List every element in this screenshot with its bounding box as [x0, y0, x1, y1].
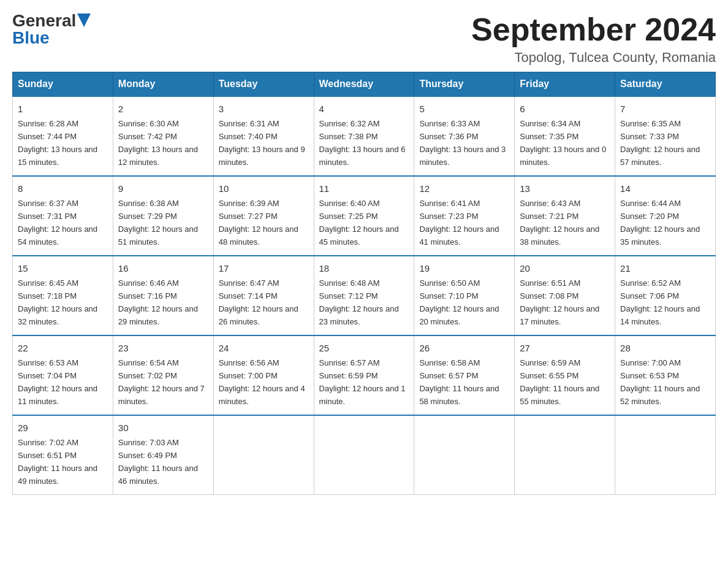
calendar-cell: 9Sunrise: 6:38 AMSunset: 7:29 PMDaylight…	[113, 176, 213, 256]
day-info: Sunrise: 6:43 AMSunset: 7:21 PMDaylight:…	[520, 199, 599, 247]
calendar-cell: 17Sunrise: 6:47 AMSunset: 7:14 PMDayligh…	[213, 256, 314, 335]
logo: General Blue	[12, 12, 91, 47]
day-info: Sunrise: 6:57 AMSunset: 6:59 PMDaylight:…	[319, 358, 406, 406]
day-number: 26	[419, 341, 509, 355]
day-info: Sunrise: 6:46 AMSunset: 7:16 PMDaylight:…	[118, 278, 198, 326]
day-number: 2	[118, 102, 208, 116]
location-title: Topolog, Tulcea County, Romania	[471, 50, 716, 66]
calendar-cell: 15Sunrise: 6:45 AMSunset: 7:18 PMDayligh…	[13, 256, 113, 335]
day-info: Sunrise: 7:00 AMSunset: 6:53 PMDaylight:…	[620, 358, 700, 406]
calendar-cell	[615, 415, 716, 494]
day-number: 23	[118, 341, 208, 355]
day-number: 21	[620, 261, 710, 275]
day-info: Sunrise: 7:03 AMSunset: 6:49 PMDaylight:…	[118, 438, 198, 486]
day-info: Sunrise: 6:59 AMSunset: 6:55 PMDaylight:…	[520, 358, 599, 406]
day-info: Sunrise: 6:32 AMSunset: 7:38 PMDaylight:…	[319, 119, 406, 167]
day-info: Sunrise: 6:58 AMSunset: 6:57 PMDaylight:…	[419, 358, 499, 406]
weekday-header-friday: Friday	[515, 72, 615, 97]
calendar-cell: 1Sunrise: 6:28 AMSunset: 7:44 PMDaylight…	[13, 96, 113, 176]
day-info: Sunrise: 6:51 AMSunset: 7:08 PMDaylight:…	[520, 278, 599, 326]
weekday-header-monday: Monday	[113, 72, 213, 97]
day-number: 15	[18, 261, 108, 275]
calendar-cell: 6Sunrise: 6:34 AMSunset: 7:35 PMDaylight…	[515, 96, 615, 176]
weekday-header-row: SundayMondayTuesdayWednesdayThursdayFrid…	[13, 72, 716, 97]
svg-marker-0	[77, 13, 91, 27]
calendar-cell	[213, 415, 314, 494]
day-number: 20	[520, 261, 610, 275]
calendar-cell: 30Sunrise: 7:03 AMSunset: 6:49 PMDayligh…	[113, 415, 213, 494]
calendar-cell: 19Sunrise: 6:50 AMSunset: 7:10 PMDayligh…	[414, 256, 515, 335]
day-number: 18	[319, 261, 409, 275]
day-number: 24	[219, 341, 309, 355]
weekday-header-tuesday: Tuesday	[213, 72, 314, 97]
calendar-cell: 21Sunrise: 6:52 AMSunset: 7:06 PMDayligh…	[615, 256, 716, 335]
calendar-cell: 23Sunrise: 6:54 AMSunset: 7:02 PMDayligh…	[113, 335, 213, 415]
calendar-cell: 10Sunrise: 6:39 AMSunset: 7:27 PMDayligh…	[213, 176, 314, 256]
day-number: 5	[419, 102, 509, 116]
day-number: 14	[620, 182, 710, 196]
calendar-cell: 13Sunrise: 6:43 AMSunset: 7:21 PMDayligh…	[515, 176, 615, 256]
calendar-cell: 14Sunrise: 6:44 AMSunset: 7:20 PMDayligh…	[615, 176, 716, 256]
calendar-week-row: 8Sunrise: 6:37 AMSunset: 7:31 PMDaylight…	[13, 176, 716, 256]
calendar-week-row: 15Sunrise: 6:45 AMSunset: 7:18 PMDayligh…	[13, 256, 716, 335]
calendar-cell: 20Sunrise: 6:51 AMSunset: 7:08 PMDayligh…	[515, 256, 615, 335]
logo-general-text: General	[12, 12, 76, 29]
day-number: 3	[219, 102, 309, 116]
day-number: 19	[419, 261, 509, 275]
day-number: 29	[18, 421, 108, 435]
day-info: Sunrise: 6:30 AMSunset: 7:42 PMDaylight:…	[118, 119, 198, 167]
calendar-cell: 2Sunrise: 6:30 AMSunset: 7:42 PMDaylight…	[113, 96, 213, 176]
month-title: September 2024	[471, 12, 716, 47]
calendar-cell: 12Sunrise: 6:41 AMSunset: 7:23 PMDayligh…	[414, 176, 515, 256]
day-info: Sunrise: 6:31 AMSunset: 7:40 PMDaylight:…	[219, 119, 305, 167]
calendar-cell: 26Sunrise: 6:58 AMSunset: 6:57 PMDayligh…	[414, 335, 515, 415]
calendar-week-row: 29Sunrise: 7:02 AMSunset: 6:51 PMDayligh…	[13, 415, 716, 494]
day-number: 13	[520, 182, 610, 196]
day-number: 22	[18, 341, 108, 355]
logo-triangle-icon	[77, 13, 91, 27]
weekday-header-sunday: Sunday	[13, 72, 113, 97]
weekday-header-thursday: Thursday	[414, 72, 515, 97]
day-info: Sunrise: 6:47 AMSunset: 7:14 PMDaylight:…	[219, 278, 298, 326]
page-header: General Blue September 2024 Topolog, Tul…	[12, 12, 716, 66]
day-info: Sunrise: 6:48 AMSunset: 7:12 PMDaylight:…	[319, 278, 399, 326]
day-info: Sunrise: 6:54 AMSunset: 7:02 PMDaylight:…	[118, 358, 205, 406]
calendar-cell: 25Sunrise: 6:57 AMSunset: 6:59 PMDayligh…	[314, 335, 414, 415]
day-number: 25	[319, 341, 409, 355]
day-number: 30	[118, 421, 208, 435]
day-number: 9	[118, 182, 208, 196]
day-number: 11	[319, 182, 409, 196]
day-number: 17	[219, 261, 309, 275]
calendar-cell: 16Sunrise: 6:46 AMSunset: 7:16 PMDayligh…	[113, 256, 213, 335]
logo-blue-text: Blue	[12, 29, 50, 47]
day-number: 4	[319, 102, 409, 116]
calendar-cell	[414, 415, 515, 494]
calendar-cell: 7Sunrise: 6:35 AMSunset: 7:33 PMDaylight…	[615, 96, 716, 176]
day-info: Sunrise: 7:02 AMSunset: 6:51 PMDaylight:…	[18, 438, 97, 486]
day-info: Sunrise: 6:53 AMSunset: 7:04 PMDaylight:…	[18, 358, 97, 406]
day-number: 27	[520, 341, 610, 355]
day-info: Sunrise: 6:34 AMSunset: 7:35 PMDaylight:…	[520, 119, 606, 167]
day-number: 16	[118, 261, 208, 275]
calendar-cell: 3Sunrise: 6:31 AMSunset: 7:40 PMDaylight…	[213, 96, 314, 176]
calendar-week-row: 1Sunrise: 6:28 AMSunset: 7:44 PMDaylight…	[13, 96, 716, 176]
calendar-cell: 8Sunrise: 6:37 AMSunset: 7:31 PMDaylight…	[13, 176, 113, 256]
calendar-table: SundayMondayTuesdayWednesdayThursdayFrid…	[12, 72, 716, 495]
calendar-week-row: 22Sunrise: 6:53 AMSunset: 7:04 PMDayligh…	[13, 335, 716, 415]
day-info: Sunrise: 6:38 AMSunset: 7:29 PMDaylight:…	[118, 199, 198, 247]
calendar-cell: 4Sunrise: 6:32 AMSunset: 7:38 PMDaylight…	[314, 96, 414, 176]
day-number: 12	[419, 182, 509, 196]
day-number: 10	[219, 182, 309, 196]
weekday-header-saturday: Saturday	[615, 72, 716, 97]
day-number: 1	[18, 102, 108, 116]
calendar-cell: 11Sunrise: 6:40 AMSunset: 7:25 PMDayligh…	[314, 176, 414, 256]
calendar-cell: 29Sunrise: 7:02 AMSunset: 6:51 PMDayligh…	[13, 415, 113, 494]
calendar-cell: 27Sunrise: 6:59 AMSunset: 6:55 PMDayligh…	[515, 335, 615, 415]
day-info: Sunrise: 6:50 AMSunset: 7:10 PMDaylight:…	[419, 278, 499, 326]
calendar-cell: 24Sunrise: 6:56 AMSunset: 7:00 PMDayligh…	[213, 335, 314, 415]
calendar-cell: 5Sunrise: 6:33 AMSunset: 7:36 PMDaylight…	[414, 96, 515, 176]
day-info: Sunrise: 6:41 AMSunset: 7:23 PMDaylight:…	[419, 199, 499, 247]
day-number: 7	[620, 102, 710, 116]
title-block: September 2024 Topolog, Tulcea County, R…	[471, 12, 716, 66]
calendar-cell: 18Sunrise: 6:48 AMSunset: 7:12 PMDayligh…	[314, 256, 414, 335]
